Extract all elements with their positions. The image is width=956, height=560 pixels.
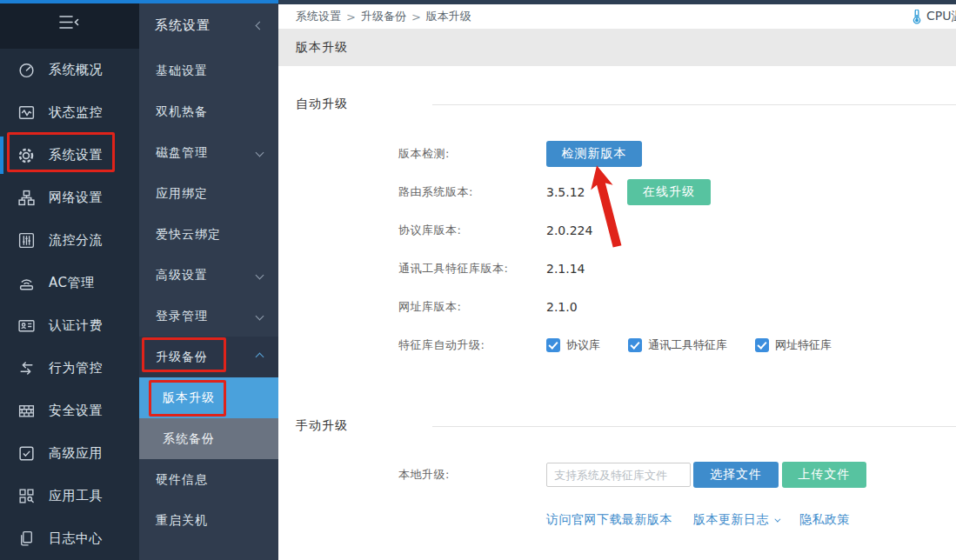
protocol-lib-row: 协议库版本: 2.0.224 <box>278 211 956 250</box>
sidebar-item-network-settings[interactable]: 网络设置 <box>0 177 139 219</box>
sidebar-collapse-button[interactable] <box>0 0 139 49</box>
submenu-item-upgrade-backup[interactable]: 升级备份 <box>139 337 278 377</box>
section-divider <box>432 104 956 105</box>
checkbox-label: 协议库 <box>566 337 600 353</box>
submenu-item-login-management[interactable]: 登录管理 <box>139 296 278 337</box>
checkbox-label: 网址特征库 <box>775 337 832 353</box>
changelog-link[interactable]: 版本更新日志 <box>693 512 779 528</box>
im-lib-value: 2.1.14 <box>546 262 585 276</box>
sidebar-item-advanced-apps[interactable]: 高级应用 <box>0 432 139 475</box>
logs-pages-icon <box>17 530 36 549</box>
chevron-down-icon <box>774 516 780 522</box>
check-new-version-button[interactable]: 检测新版本 <box>546 141 642 167</box>
sliders-icon <box>17 231 36 250</box>
id-card-icon <box>17 317 36 336</box>
breadcrumb-item[interactable]: 系统设置 <box>296 9 341 24</box>
sidebar-item-behavior-control[interactable]: 行为管控 <box>0 347 139 390</box>
submenu-item-reboot-shutdown[interactable]: 重启关机 <box>139 500 278 541</box>
section-title: 自动升级 <box>296 97 432 112</box>
submenu-item-version-upgrade[interactable]: 版本升级 <box>139 377 278 418</box>
im-lib-checkbox[interactable] <box>628 338 642 352</box>
router-version-value: 3.5.12 <box>546 185 627 199</box>
tools-grid-icon <box>17 487 36 506</box>
submenu-item-advanced-settings[interactable]: 高级设置 <box>139 255 278 296</box>
field-label: 通讯工具特征库版本: <box>398 261 546 277</box>
gear-icon <box>17 146 36 165</box>
sidebar-item-ac-management[interactable]: AC管理 <box>0 262 139 304</box>
sidebar-item-system-overview[interactable]: 系统概况 <box>0 49 139 91</box>
version-check-row: 版本检测: 检测新版本 <box>278 135 956 173</box>
chevron-down-icon <box>256 312 264 321</box>
protocol-lib-value: 2.0.224 <box>546 223 592 237</box>
breadcrumb-separator: > <box>346 10 356 23</box>
submenu-header-label: 系统设置 <box>155 17 211 34</box>
breadcrumb: 系统设置 > 升级备份 > 版本升级 CPU温 <box>278 4 956 29</box>
breadcrumb-separator: > <box>411 10 421 23</box>
submenu-item-app-binding[interactable]: 应用绑定 <box>139 173 278 214</box>
sidebar-item-auth-billing[interactable]: 认证计费 <box>0 304 139 347</box>
submenu-item-ikuai-cloud-binding[interactable]: 爱快云绑定 <box>139 214 278 255</box>
checkbox-group-protocol-lib: 协议库 <box>546 337 600 353</box>
online-upgrade-button[interactable]: 在线升级 <box>627 179 711 205</box>
field-label: 本地升级: <box>398 467 546 483</box>
upgrade-file-input[interactable] <box>546 463 691 487</box>
submenu-item-basic-settings[interactable]: 基础设置 <box>139 50 278 91</box>
chevron-down-icon <box>256 149 264 157</box>
submenu-item-hardware-info[interactable]: 硬件信息 <box>139 459 278 500</box>
privacy-policy-link[interactable]: 隐私政策 <box>799 512 850 528</box>
breadcrumb-item[interactable]: 版本升级 <box>426 9 471 24</box>
secondary-sidebar: 系统设置 基础设置 双机热备 磁盘管理 应用绑定 爱快云绑定 高级设置 登录管理… <box>139 0 278 560</box>
field-label: 特征库自动升级: <box>398 337 546 353</box>
checked-document-icon <box>17 444 36 463</box>
monitor-pulse-icon <box>17 103 36 123</box>
footer-links: 访问官网下载最新版本 版本更新日志 隐私政策 <box>278 512 956 528</box>
auto-upgrade-checkbox-row: 特征库自动升级: 协议库 通讯工具特征库 网址特征库 <box>278 326 956 364</box>
cpu-temp-label: CPU温 <box>926 9 956 24</box>
sidebar-item-log-center[interactable]: 日志中心 <box>0 517 139 560</box>
field-label: 路由系统版本: <box>398 184 546 200</box>
sidebar-item-app-tools[interactable]: 应用工具 <box>0 475 139 517</box>
url-lib-row: 网址库版本: 2.1.0 <box>278 288 956 326</box>
submenu-header-system-settings[interactable]: 系统设置 <box>139 0 278 50</box>
sidebar-item-label: 流控分流 <box>49 232 103 249</box>
submenu-item-disk-management[interactable]: 磁盘管理 <box>139 132 278 173</box>
sidebar-item-label: 认证计费 <box>49 317 103 334</box>
field-label: 协议库版本: <box>398 223 546 238</box>
sidebar-item-label: 安全设置 <box>49 403 103 419</box>
submenu-item-system-backup[interactable]: 系统备份 <box>139 418 278 459</box>
checkbox-group-url-lib: 网址特征库 <box>755 337 832 353</box>
app-window: 系统概况 状态监控 系统设置 网络设置 流控分流 <box>0 0 956 560</box>
primary-sidebar: 系统概况 状态监控 系统设置 网络设置 流控分流 <box>0 0 139 560</box>
firewall-icon <box>17 402 36 421</box>
router-version-row: 路由系统版本: 3.5.12 在线升级 <box>278 173 956 211</box>
top-accent-strip <box>0 0 278 3</box>
sidebar-item-status-monitor[interactable]: 状态监控 <box>0 91 139 134</box>
sidebar-item-system-settings[interactable]: 系统设置 <box>0 134 139 177</box>
sidebar-item-label: AC管理 <box>49 275 94 291</box>
sidebar-item-label: 系统设置 <box>49 147 103 163</box>
breadcrumb-item[interactable]: 升级备份 <box>361 9 406 24</box>
choose-file-button[interactable]: 选择文件 <box>693 462 779 488</box>
sidebar-item-flow-control[interactable]: 流控分流 <box>0 219 139 262</box>
upload-file-button[interactable]: 上传文件 <box>782 462 866 488</box>
protocol-lib-checkbox[interactable] <box>546 338 560 352</box>
swap-arrows-icon <box>17 359 36 378</box>
gauge-icon <box>17 61 36 80</box>
sidebar-item-security-settings[interactable]: 安全设置 <box>0 390 139 432</box>
chevron-down-icon <box>256 271 264 280</box>
field-label: 版本检测: <box>398 146 546 162</box>
hamburger-collapse-icon <box>59 15 80 34</box>
cpu-temp-indicator: CPU温 <box>912 4 956 29</box>
auto-upgrade-section: 自动升级 版本检测: 检测新版本 路由系统版本: 3.5.12 在线升级 协议库… <box>278 96 956 364</box>
submenu-item-dual-hot-standby[interactable]: 双机热备 <box>139 91 278 132</box>
im-lib-row: 通讯工具特征库版本: 2.1.14 <box>278 250 956 288</box>
page-title: 版本升级 <box>278 29 956 66</box>
official-download-link[interactable]: 访问官网下载最新版本 <box>546 512 672 528</box>
checkbox-label: 通讯工具特征库 <box>648 337 727 353</box>
section-divider <box>432 426 956 427</box>
wifi-router-icon <box>17 274 36 293</box>
sidebar-item-label: 行为管控 <box>49 360 103 377</box>
sidebar-item-label: 高级应用 <box>49 445 103 462</box>
url-lib-checkbox[interactable] <box>755 338 769 352</box>
sidebar-item-label: 应用工具 <box>49 488 103 504</box>
